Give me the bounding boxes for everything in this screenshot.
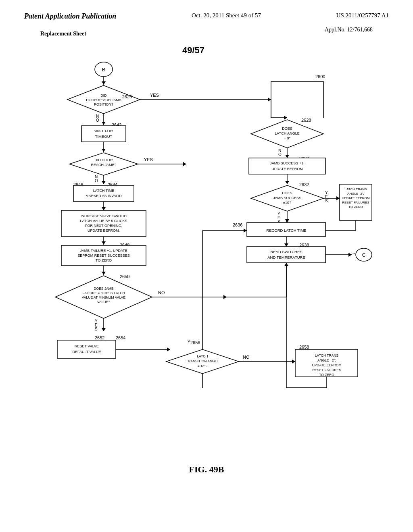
latch-plus2-text3: UPDATE EEPROM	[312, 363, 341, 367]
read-sw-text2: AND TEMPERATURE	[267, 255, 305, 260]
latch-angle-text2: LATCH ANGLE	[275, 131, 299, 135]
replacement-sheet-label: Replacement Sheet	[40, 31, 86, 37]
arrow-timeout-head	[102, 149, 106, 152]
yes-label-2: YES	[144, 157, 153, 162]
jamb-fail-d-text1: DOES JAMB	[94, 287, 113, 291]
label-2650: 2650	[120, 274, 129, 279]
arrow-b-head	[102, 81, 106, 85]
inc-valve-text2: LATCH VALUE BY 5 CLICKS	[80, 219, 127, 223]
flowchart-diagram: 49/57 B DID DOOR REACH JAMB POSITION? 26…	[33, 37, 380, 460]
page-header: Patent Application Publication Oct. 20, …	[16, 8, 397, 23]
latch-minus2-text5: TO ZERO	[348, 205, 363, 209]
latch-plus2-text1: LATCH TRANS	[315, 353, 339, 357]
jamb-fail-text3: TO ZERO	[96, 258, 112, 262]
arrow-latch-head	[102, 207, 106, 210]
label-2628: 2628	[301, 118, 311, 123]
did-door-text2: REACH JAMB?	[91, 163, 116, 167]
arrow-valve-head	[102, 241, 106, 245]
label-2632: 2632	[299, 182, 309, 187]
box-wait-timeout	[81, 126, 126, 142]
latch-minus2-text2: ANGLE -2",	[347, 192, 364, 195]
box-reset-valve	[57, 340, 116, 358]
latch-invalid-text2: MARKED AS INVALID	[86, 194, 122, 198]
box-wait-text2: TIMEOUT	[95, 134, 113, 139]
arrow-jamb-suc-no-head	[285, 219, 289, 222]
diagram-area: Replacement Sheet Appl.No. 12/761,668 49…	[16, 27, 397, 475]
label-2636: 2636	[233, 222, 242, 227]
jamb-suc-text1: DOES	[282, 191, 292, 195]
jamb-fail-text1: JAMB FAILURE +1; UPDATE	[80, 249, 127, 253]
no-label-right: NO	[158, 290, 165, 295]
latch-plus2-text4: RESET FAILURES	[312, 368, 341, 372]
arrow-latch-no-down-head	[285, 155, 289, 158]
page: Patent Application Publication Oct. 20, …	[0, 0, 413, 532]
diamond-door-text3: POSITION?	[94, 102, 113, 106]
label-2600: 2600	[315, 74, 325, 79]
arrow-record-head	[284, 243, 288, 247]
no-label-o1: O	[96, 118, 99, 123]
latch-trans-text3: = 13"?	[198, 364, 208, 368]
jamb-suc-text3: =10?	[283, 201, 291, 205]
latch-angle-text3: = 9"	[284, 136, 290, 140]
sheet-info: Oct. 20, 2011 Sheet 49 of 57	[192, 12, 261, 19]
node-C-label: C	[362, 252, 366, 258]
arrow-no2-head	[102, 181, 106, 184]
yes-s1: S	[95, 327, 98, 331]
latch-minus2-text3: UPDATE EEPROM	[342, 196, 370, 200]
no2-o: O	[95, 179, 98, 183]
latch-trans-text2: TRANSITION ANGLE	[186, 359, 219, 363]
appl-no-label: Appl.No. 12/761,668	[325, 27, 373, 37]
arrow-jamb-s1-head	[285, 181, 289, 184]
reset-valve-text2: DEFAULT VALUE	[72, 350, 101, 354]
diamond-door-text2: DOOR REACH JAMB	[86, 98, 121, 102]
jamb-suc-text2: JAMB SUCCESS	[273, 196, 301, 200]
box-latch-invalid	[73, 185, 134, 202]
yes-s2: S	[325, 199, 328, 203]
latch-minus2-text1: LATCH TRANS	[345, 187, 367, 191]
arrow-to-c-head	[348, 253, 352, 257]
latch-plus2-text2: ANGLE +2";	[317, 358, 336, 362]
arrow-latch-no-head	[292, 360, 295, 364]
patent-number: US 2011/0257797 A1	[336, 12, 389, 19]
sheet-number-label: 49/57	[182, 45, 204, 55]
label-2652: 2652	[95, 335, 104, 340]
latch-angle-text1: DOES	[282, 127, 292, 131]
latch-invalid-text1: LATCH TIME	[93, 189, 115, 193]
yes-latch-head	[244, 229, 247, 233]
latch-trans-text1: LATCH	[197, 354, 208, 358]
box-read-switches	[247, 247, 325, 263]
arrow-yes-head	[268, 98, 271, 102]
fig-label: FIG. 49B	[16, 464, 397, 475]
yes-label-1: YES	[150, 93, 159, 98]
box-wait-text1: WAIT FOR	[94, 129, 113, 133]
node-B-label: B	[102, 66, 106, 73]
label-2658: 2658	[299, 345, 309, 349]
arrow-reset-to-latch-head	[167, 347, 170, 351]
label-2654: 2654	[116, 335, 125, 340]
label-2626: 2626	[122, 94, 132, 99]
diamond-door-text1: DID	[100, 94, 107, 98]
label-2656: 2656	[190, 340, 200, 345]
latch-minus2-text4: RESET FAILURES	[342, 201, 369, 204]
arrow-jamb-fail-head	[102, 272, 106, 275]
did-door-text1: DID DOOR	[95, 158, 113, 162]
inc-valve-text1: INCREASE VALVE SWITCH	[81, 214, 127, 218]
o2: O	[278, 152, 282, 157]
jamb-fail-d-text2: FAILURE = 8 OR IS LATCH	[83, 291, 125, 295]
read-sw-text1: READ SWITCHES	[270, 249, 302, 254]
yes-to-latch-head	[284, 116, 287, 120]
yes-latch-y: Y	[188, 340, 190, 344]
arrow-yes-2-head	[183, 162, 186, 166]
jamb-s1-text1: JAMB SUCCESS +1;	[270, 161, 304, 165]
arrow-yes-down-head	[102, 328, 106, 331]
publication-title: Patent Application Publication	[24, 12, 116, 21]
arrow-no-right-head	[223, 295, 227, 299]
arrow-jamb-suc-yes-head	[336, 196, 340, 200]
jamb-fail-d-text4: VALUE?	[97, 300, 110, 304]
record-latch-text: RECORD LATCH TIME	[266, 228, 306, 233]
jamb-s1-text2: UPDATE EEPROM	[271, 167, 302, 171]
latch-plus2-text5: TO ZERO	[319, 373, 334, 377]
inc-valve-text3: FOR NEXT OPENING;	[85, 224, 122, 228]
reset-valve-text1: RESET VALVE	[75, 344, 99, 348]
arrow-no-head	[102, 122, 106, 125]
